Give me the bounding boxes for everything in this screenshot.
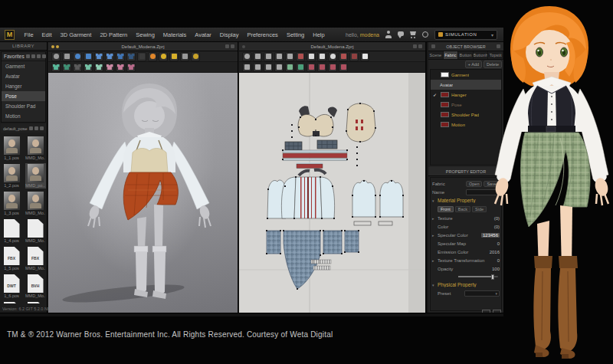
menu-edit[interactable]: Edit bbox=[38, 31, 56, 38]
wind-icon[interactable] bbox=[126, 52, 136, 61]
material-tab-back[interactable]: Back bbox=[455, 206, 470, 212]
edit-point-icon[interactable] bbox=[264, 52, 273, 61]
move-garment-icon[interactable] bbox=[94, 52, 103, 61]
m-n-sewing-icon[interactable] bbox=[306, 63, 316, 72]
check-icon[interactable]: ✓ bbox=[433, 92, 438, 97]
property-texture[interactable]: ▸Texture(0) bbox=[432, 214, 500, 222]
object-item-garment[interactable]: Garment bbox=[431, 70, 501, 80]
refresh-folder-icon[interactable] bbox=[40, 126, 44, 130]
add-favorite-icon[interactable] bbox=[26, 54, 30, 58]
save-fabric-button[interactable]: Save bbox=[484, 181, 500, 187]
open-folder-icon[interactable] bbox=[34, 126, 38, 130]
color-swatch[interactable] bbox=[441, 102, 449, 107]
rectangle-tool-icon[interactable] bbox=[317, 52, 326, 61]
thumbnail-view-icon[interactable] bbox=[31, 54, 35, 58]
circle-tool-icon[interactable] bbox=[328, 52, 337, 61]
grid-window-icon[interactable] bbox=[137, 52, 146, 61]
color-swatch[interactable] bbox=[441, 122, 449, 127]
property-value[interactable]: 0 bbox=[497, 241, 500, 246]
sidebar-item-garment[interactable]: Garment bbox=[2, 61, 45, 71]
tab-library[interactable]: LIBRARY bbox=[0, 42, 47, 51]
property-value[interactable]: (0) bbox=[494, 216, 500, 221]
sidebar-item-hanger[interactable]: Hanger bbox=[2, 81, 45, 91]
material-tab-side[interactable]: Side bbox=[472, 206, 487, 212]
library-thumbnail[interactable] bbox=[2, 301, 22, 303]
library-thumbnail[interactable]: 1_2.pos bbox=[2, 163, 22, 189]
add-curve-point-icon[interactable] bbox=[296, 52, 305, 61]
section-material-property[interactable]: ▾Material Property bbox=[432, 196, 500, 205]
avatar-display-icon[interactable] bbox=[148, 52, 157, 61]
library-folder-row[interactable]: default_pose bbox=[1, 124, 46, 133]
menu-display[interactable]: Display bbox=[215, 31, 243, 38]
sidebar-item-shoulder-pad[interactable]: Shoulder Pad bbox=[2, 101, 45, 111]
back-folder-icon[interactable] bbox=[29, 126, 33, 130]
tab-buttonh[interactable]: Buttonh bbox=[474, 51, 489, 59]
color-swatch[interactable] bbox=[441, 92, 449, 97]
polygon-tool-icon[interactable] bbox=[306, 52, 316, 61]
menu-2d-pattern[interactable]: 2D Pattern bbox=[96, 31, 132, 38]
menu-avatar[interactable]: Avatar bbox=[191, 31, 216, 38]
refit-garment-icon[interactable] bbox=[116, 52, 125, 61]
edit-sewing-icon[interactable] bbox=[317, 63, 326, 72]
pin-icon[interactable] bbox=[497, 44, 500, 48]
detach-sewing-icon[interactable] bbox=[339, 63, 348, 72]
stress-map-icon[interactable] bbox=[126, 63, 136, 72]
mode-select[interactable]: SIMULATION ▾ bbox=[434, 30, 497, 40]
segment-sewing-icon[interactable] bbox=[285, 63, 294, 72]
library-thumbnail[interactable]: MMD_po... bbox=[25, 163, 46, 189]
pin-avatar-icon[interactable] bbox=[169, 52, 179, 61]
property-value[interactable]: 0 bbox=[497, 258, 500, 263]
property-value[interactable]: 2016 bbox=[490, 250, 500, 254]
panel-menu-icon[interactable] bbox=[431, 44, 435, 48]
library-thumbnail[interactable]: MMD_Mo... bbox=[25, 191, 46, 216]
delete-object-button[interactable]: Delete bbox=[484, 61, 502, 68]
tack-pin-icon[interactable] bbox=[191, 52, 200, 61]
dock-icon[interactable] bbox=[225, 44, 229, 48]
color-swatch[interactable] bbox=[441, 72, 449, 77]
simulate-icon[interactable] bbox=[73, 52, 82, 61]
property-emission-color[interactable]: Emission Color2016 bbox=[432, 248, 500, 256]
property-texture-transformation[interactable]: ▸Texture Transformation0 bbox=[432, 256, 500, 264]
show-seams-icon[interactable] bbox=[62, 63, 71, 72]
edit-texture-icon[interactable] bbox=[242, 63, 251, 72]
tab-fabric[interactable]: Fabric bbox=[444, 51, 459, 59]
add-object-button[interactable]: + Add bbox=[465, 61, 482, 68]
edit-pattern-icon[interactable] bbox=[253, 52, 262, 61]
tab-scene[interactable]: Scene bbox=[428, 51, 444, 59]
pattern-mirror-icon[interactable] bbox=[264, 63, 273, 72]
property-value[interactable]: 123456 bbox=[481, 233, 500, 238]
sidebar-item-motion[interactable]: Motion bbox=[2, 111, 45, 121]
pattern-copy-icon[interactable] bbox=[253, 63, 262, 72]
section-physical-property[interactable]: ▾Physical Property bbox=[432, 280, 500, 289]
mesh-garment-icon[interactable] bbox=[84, 63, 93, 72]
show-internal-icon[interactable] bbox=[73, 63, 82, 72]
select-mesh-icon[interactable] bbox=[84, 52, 93, 61]
property-specular-map[interactable]: Specular Map0 bbox=[432, 239, 500, 248]
texture-garment-icon[interactable] bbox=[94, 63, 103, 72]
menu-setting[interactable]: Setting bbox=[282, 31, 308, 38]
menu-materials[interactable]: Materials bbox=[159, 31, 190, 38]
panel-2d-header[interactable]: Default_Modena.Zprj bbox=[239, 42, 425, 51]
fold-garment-icon[interactable] bbox=[105, 52, 114, 61]
library-thumbnail[interactable]: BVHMMD_Mo... bbox=[25, 274, 46, 299]
object-item-pose[interactable]: Pose bbox=[431, 100, 501, 110]
menu-sewing[interactable]: Sewing bbox=[132, 31, 159, 38]
viewport-3d[interactable] bbox=[48, 73, 238, 313]
property-color[interactable]: Color(0) bbox=[432, 222, 500, 231]
menu-file[interactable]: File bbox=[20, 31, 38, 38]
show-garment-icon[interactable] bbox=[51, 63, 61, 72]
object-item-hanger[interactable]: ✓Hanger bbox=[431, 90, 501, 100]
thick-texture-icon[interactable] bbox=[105, 63, 114, 72]
library-thumbnail[interactable]: 1_1.pos bbox=[2, 136, 22, 161]
cart-icon[interactable] bbox=[409, 31, 417, 38]
opacity-slider[interactable] bbox=[458, 276, 498, 277]
panel-3d-header[interactable]: Default_Modena.Zprj bbox=[48, 42, 238, 51]
library-thumbnail[interactable]: FBXMMD_Mo... bbox=[25, 246, 46, 271]
close-icon[interactable] bbox=[231, 44, 234, 48]
dock-icon[interactable] bbox=[413, 44, 417, 48]
menu-3d-garment[interactable]: 3D Garment bbox=[56, 31, 96, 38]
pan-hand-icon[interactable] bbox=[51, 52, 61, 61]
list-view-icon[interactable] bbox=[37, 54, 41, 58]
close-icon[interactable] bbox=[418, 44, 422, 48]
pattern-flip-icon[interactable] bbox=[274, 63, 284, 72]
